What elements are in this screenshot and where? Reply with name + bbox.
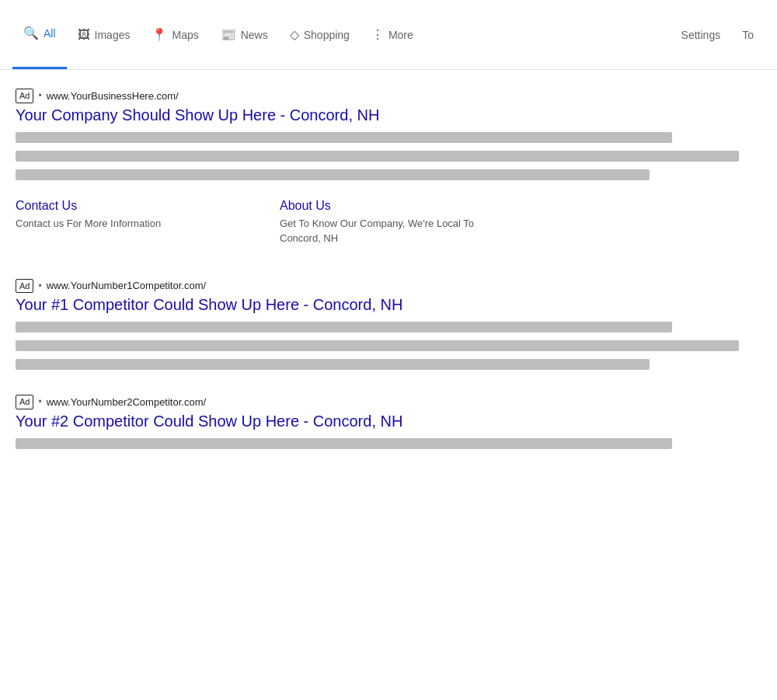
ad-dot-1: • (38, 90, 41, 101)
nav-settings[interactable]: Settings (671, 29, 732, 41)
nav-label-more: More (388, 29, 413, 41)
placeholder-line-2a (16, 322, 672, 333)
ad-meta-1: Ad • www.YourBusinessHere.com/ (16, 89, 761, 103)
ad-url-2: www.YourNumber1Competitor.com/ (47, 280, 206, 291)
nav-item-all[interactable]: 🔍 All (12, 0, 67, 69)
ad-title-1[interactable]: Your Company Should Show Up Here - Conco… (16, 106, 761, 124)
ad-url-3: www.YourNumber2Competitor.com/ (47, 396, 206, 408)
main-content: Ad • www.YourBusinessHere.com/ Your Comp… (0, 70, 777, 489)
placeholder-line-1b (16, 151, 739, 162)
ad-block-1: Ad • www.YourBusinessHere.com/ Your Comp… (16, 89, 761, 254)
ad-label-2: Ad (16, 279, 33, 294)
nav-bar: 🔍 All 🖼 Images 📍 Maps 📰 News ◇ Shopping … (0, 0, 777, 70)
nav-tools[interactable]: To (731, 29, 765, 41)
nav-item-more[interactable]: ⋮ More (361, 0, 424, 69)
ad-meta-3: Ad • www.YourNumber2Competitor.com/ (16, 395, 761, 409)
nav-label-images: Images (95, 29, 131, 41)
nav-item-shopping[interactable]: ◇ Shopping (279, 0, 361, 69)
placeholder-line-1a (16, 132, 672, 143)
sitelink-about-desc: Get To Know Our Company, We're Local To … (280, 218, 474, 245)
images-icon: 🖼 (78, 29, 90, 41)
placeholder-line-2c (16, 359, 650, 370)
nav-label-news: News (241, 29, 268, 41)
sitelink-about: About Us Get To Know Our Company, We're … (280, 199, 513, 246)
ad-label-1: Ad (16, 89, 33, 103)
sitelinks-1: Contact Us Contact us For More Informati… (16, 191, 761, 254)
nav-label-shopping: Shopping (304, 29, 350, 41)
ad-dot-2: • (38, 280, 41, 291)
ad-title-2[interactable]: Your #1 Competitor Could Show Up Here - … (16, 296, 761, 314)
sitelink-contact: Contact Us Contact us For More Informati… (16, 199, 249, 246)
shopping-icon: ◇ (290, 29, 299, 41)
nav-item-maps[interactable]: 📍 Maps (141, 0, 209, 69)
placeholder-line-1c (16, 169, 650, 180)
sitelink-contact-desc: Contact us For More Information (16, 218, 161, 229)
ad-url-1: www.YourBusinessHere.com/ (47, 90, 179, 102)
ad-label-3: Ad (16, 395, 33, 409)
ad-dot-3: • (38, 396, 41, 407)
more-icon: ⋮ (371, 29, 384, 41)
nav-label-maps: Maps (172, 29, 198, 41)
maps-icon: 📍 (152, 29, 167, 41)
ad-block-2: Ad • www.YourNumber1Competitor.com/ Your… (16, 279, 761, 371)
nav-item-news[interactable]: 📰 News (210, 0, 279, 69)
news-icon: 📰 (221, 29, 236, 41)
search-icon: 🔍 (23, 27, 39, 40)
sitelink-contact-title[interactable]: Contact Us (16, 199, 249, 213)
nav-label-all: All (44, 27, 56, 40)
placeholder-line-2b (16, 340, 739, 351)
ad-meta-2: Ad • www.YourNumber1Competitor.com/ (16, 279, 761, 294)
ad-block-3: Ad • www.YourNumber2Competitor.com/ Your… (16, 395, 761, 449)
sitelink-about-title[interactable]: About Us (280, 199, 513, 213)
nav-item-images[interactable]: 🖼 Images (67, 0, 141, 69)
ad-title-3[interactable]: Your #2 Competitor Could Show Up Here - … (16, 413, 761, 430)
placeholder-line-3a (16, 438, 672, 449)
